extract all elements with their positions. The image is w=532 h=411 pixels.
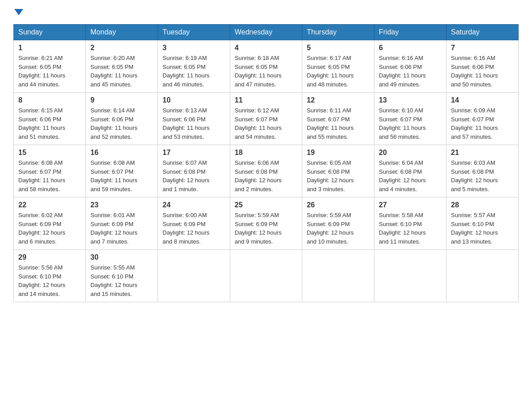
day-number: 15 [18, 149, 81, 157]
weekday-header-friday: Friday [374, 25, 446, 40]
calendar-cell: 16 Sunrise: 6:08 AMSunset: 6:07 PMDaylig… [86, 145, 158, 197]
weekday-header-saturday: Saturday [446, 25, 519, 40]
day-info: Sunrise: 6:20 AMSunset: 6:05 PMDaylight:… [90, 55, 137, 88]
calendar-cell: 27 Sunrise: 5:58 AMSunset: 6:10 PMDaylig… [374, 197, 446, 250]
day-info: Sunrise: 6:15 AMSunset: 6:06 PMDaylight:… [18, 107, 65, 140]
day-number: 10 [163, 96, 225, 104]
calendar-cell: 1 Sunrise: 6:21 AMSunset: 6:05 PMDayligh… [14, 40, 86, 93]
calendar-cell: 30 Sunrise: 5:55 AMSunset: 6:10 PMDaylig… [86, 250, 158, 302]
calendar-cell: 11 Sunrise: 6:12 AMSunset: 6:07 PMDaylig… [230, 93, 302, 145]
day-number: 2 [90, 44, 153, 52]
day-number: 13 [379, 96, 442, 104]
day-info: Sunrise: 6:03 AMSunset: 6:08 PMDaylight:… [451, 159, 498, 193]
day-info: Sunrise: 6:17 AMSunset: 6:05 PMDaylight:… [307, 55, 354, 88]
day-number: 19 [307, 149, 369, 157]
calendar-cell: 2 Sunrise: 6:20 AMSunset: 6:05 PMDayligh… [86, 40, 158, 93]
calendar-cell: 29 Sunrise: 5:56 AMSunset: 6:10 PMDaylig… [14, 250, 86, 302]
calendar-cell [446, 250, 519, 302]
weekday-header-sunday: Sunday [14, 25, 86, 40]
calendar-cell: 12 Sunrise: 6:11 AMSunset: 6:07 PMDaylig… [302, 93, 374, 145]
calendar-week-row: 15 Sunrise: 6:08 AMSunset: 6:07 PMDaylig… [14, 145, 519, 197]
day-info: Sunrise: 6:19 AMSunset: 6:05 PMDaylight:… [163, 55, 210, 88]
day-info: Sunrise: 6:13 AMSunset: 6:06 PMDaylight:… [163, 107, 210, 140]
day-number: 27 [379, 201, 442, 209]
day-info: Sunrise: 5:56 AMSunset: 6:10 PMDaylight:… [18, 264, 65, 297]
calendar-week-row: 22 Sunrise: 6:02 AMSunset: 6:09 PMDaylig… [14, 197, 519, 250]
day-info: Sunrise: 6:09 AMSunset: 6:07 PMDaylight:… [451, 107, 498, 140]
weekday-header-tuesday: Tuesday [158, 25, 230, 40]
day-info: Sunrise: 5:57 AMSunset: 6:10 PMDaylight:… [451, 212, 498, 245]
day-number: 21 [451, 149, 514, 157]
day-number: 9 [90, 96, 153, 104]
weekday-header-thursday: Thursday [302, 25, 374, 40]
day-number: 14 [451, 96, 514, 104]
calendar-week-row: 8 Sunrise: 6:15 AMSunset: 6:06 PMDayligh… [14, 93, 519, 145]
day-info: Sunrise: 6:05 AMSunset: 6:08 PMDaylight:… [307, 159, 354, 193]
day-number: 11 [235, 96, 297, 104]
day-number: 12 [307, 96, 369, 104]
calendar-cell: 28 Sunrise: 5:57 AMSunset: 6:10 PMDaylig… [446, 197, 519, 250]
day-number: 23 [90, 201, 153, 209]
calendar-cell: 4 Sunrise: 6:18 AMSunset: 6:05 PMDayligh… [230, 40, 302, 93]
calendar-cell: 15 Sunrise: 6:08 AMSunset: 6:07 PMDaylig… [14, 145, 86, 197]
calendar-cell [302, 250, 374, 302]
weekday-header-monday: Monday [86, 25, 158, 40]
day-info: Sunrise: 6:10 AMSunset: 6:07 PMDaylight:… [379, 107, 426, 140]
day-number: 5 [307, 44, 369, 52]
calendar-cell: 20 Sunrise: 6:04 AMSunset: 6:08 PMDaylig… [374, 145, 446, 197]
day-number: 26 [307, 201, 369, 209]
calendar-cell: 14 Sunrise: 6:09 AMSunset: 6:07 PMDaylig… [446, 93, 519, 145]
calendar-week-row: 1 Sunrise: 6:21 AMSunset: 6:05 PMDayligh… [14, 40, 519, 93]
day-info: Sunrise: 6:08 AMSunset: 6:07 PMDaylight:… [18, 159, 65, 193]
day-info: Sunrise: 5:55 AMSunset: 6:10 PMDaylight:… [90, 264, 137, 297]
day-info: Sunrise: 6:14 AMSunset: 6:06 PMDaylight:… [90, 107, 137, 140]
day-number: 30 [90, 253, 153, 261]
calendar-cell: 24 Sunrise: 6:00 AMSunset: 6:09 PMDaylig… [158, 197, 230, 250]
day-info: Sunrise: 6:06 AMSunset: 6:08 PMDaylight:… [235, 159, 282, 193]
calendar-cell: 5 Sunrise: 6:17 AMSunset: 6:05 PMDayligh… [302, 40, 374, 93]
day-number: 24 [163, 201, 225, 209]
day-info: Sunrise: 6:08 AMSunset: 6:07 PMDaylight:… [90, 159, 137, 193]
day-info: Sunrise: 5:59 AMSunset: 6:09 PMDaylight:… [235, 212, 282, 245]
calendar-cell: 25 Sunrise: 5:59 AMSunset: 6:09 PMDaylig… [230, 197, 302, 250]
calendar-cell: 17 Sunrise: 6:07 AMSunset: 6:08 PMDaylig… [158, 145, 230, 197]
day-number: 29 [18, 253, 81, 261]
day-info: Sunrise: 6:01 AMSunset: 6:09 PMDaylight:… [90, 212, 137, 245]
day-number: 6 [379, 44, 442, 52]
day-number: 17 [163, 149, 225, 157]
calendar-cell: 3 Sunrise: 6:19 AMSunset: 6:05 PMDayligh… [158, 40, 230, 93]
calendar-cell: 7 Sunrise: 6:16 AMSunset: 6:06 PMDayligh… [446, 40, 519, 93]
day-number: 3 [163, 44, 225, 52]
day-number: 8 [18, 96, 81, 104]
calendar-cell: 8 Sunrise: 6:15 AMSunset: 6:06 PMDayligh… [14, 93, 86, 145]
day-info: Sunrise: 6:18 AMSunset: 6:05 PMDaylight:… [235, 55, 282, 88]
day-info: Sunrise: 5:58 AMSunset: 6:10 PMDaylight:… [379, 212, 426, 245]
calendar-cell: 23 Sunrise: 6:01 AMSunset: 6:09 PMDaylig… [86, 197, 158, 250]
calendar-cell [374, 250, 446, 302]
calendar-cell: 19 Sunrise: 6:05 AMSunset: 6:08 PMDaylig… [302, 145, 374, 197]
day-info: Sunrise: 6:12 AMSunset: 6:07 PMDaylight:… [235, 107, 282, 140]
day-number: 7 [451, 44, 514, 52]
calendar-cell: 26 Sunrise: 5:59 AMSunset: 6:09 PMDaylig… [302, 197, 374, 250]
logo [13, 9, 23, 15]
day-info: Sunrise: 6:04 AMSunset: 6:08 PMDaylight:… [379, 159, 426, 193]
day-number: 4 [235, 44, 297, 52]
day-info: Sunrise: 6:16 AMSunset: 6:06 PMDaylight:… [451, 55, 498, 88]
day-info: Sunrise: 6:00 AMSunset: 6:09 PMDaylight:… [163, 212, 210, 245]
weekday-header-row: SundayMondayTuesdayWednesdayThursdayFrid… [14, 25, 519, 40]
calendar-cell [158, 250, 230, 302]
weekday-header-wednesday: Wednesday [230, 25, 302, 40]
calendar-cell: 13 Sunrise: 6:10 AMSunset: 6:07 PMDaylig… [374, 93, 446, 145]
day-number: 20 [379, 149, 442, 157]
day-number: 16 [90, 149, 153, 157]
day-number: 1 [18, 44, 81, 52]
day-info: Sunrise: 6:07 AMSunset: 6:08 PMDaylight:… [163, 159, 210, 193]
calendar-cell: 21 Sunrise: 6:03 AMSunset: 6:08 PMDaylig… [446, 145, 519, 197]
day-info: Sunrise: 5:59 AMSunset: 6:09 PMDaylight:… [307, 212, 354, 245]
calendar-cell: 22 Sunrise: 6:02 AMSunset: 6:09 PMDaylig… [14, 197, 86, 250]
calendar-cell: 18 Sunrise: 6:06 AMSunset: 6:08 PMDaylig… [230, 145, 302, 197]
day-info: Sunrise: 6:21 AMSunset: 6:05 PMDaylight:… [18, 55, 65, 88]
logo-triangle-icon [14, 9, 23, 15]
day-number: 22 [18, 201, 81, 209]
calendar-table: SundayMondayTuesdayWednesdayThursdayFrid… [13, 24, 519, 302]
